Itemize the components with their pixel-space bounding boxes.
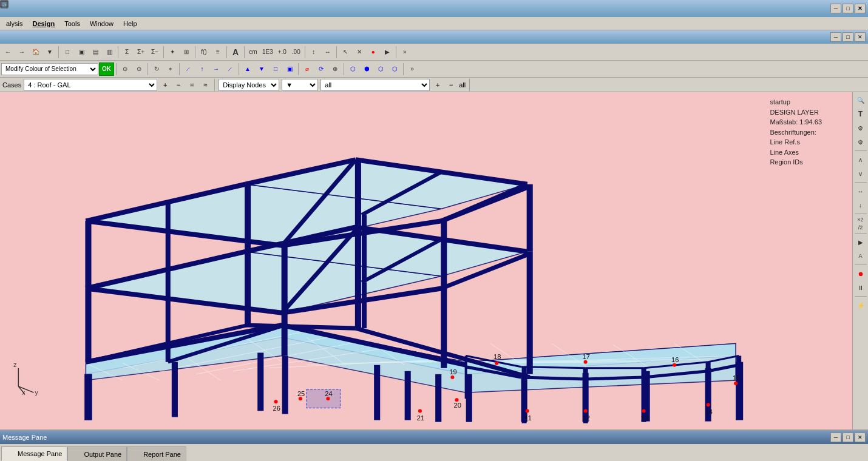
tb-cursor[interactable]: ↖ bbox=[339, 45, 352, 59]
minimize-button[interactable]: ─ bbox=[830, 4, 841, 13]
tab-report-pane-label: Report Pane bbox=[143, 451, 181, 458]
inner-close-button[interactable]: ✕ bbox=[855, 32, 866, 42]
rt-text[interactable]: T bbox=[854, 107, 867, 121]
maximize-button[interactable]: □ bbox=[843, 4, 853, 13]
title-bar: ─ □ ✕ bbox=[0, 0, 868, 17]
tb-home[interactable]: 🏠 bbox=[29, 45, 42, 59]
bottom-pane-tabs: Message Pane Output Pane bbox=[0, 444, 868, 461]
tb-cross[interactable]: ✕ bbox=[353, 45, 366, 59]
tb2-btn7[interactable]: □ bbox=[269, 62, 282, 76]
tb2-view2[interactable]: ⊙ bbox=[132, 62, 146, 76]
rt-layers2[interactable]: ⚙ bbox=[854, 135, 867, 149]
tb-grid[interactable]: ⊞ bbox=[180, 45, 193, 59]
all-input[interactable]: all bbox=[320, 79, 430, 91]
tb-back[interactable]: ← bbox=[1, 45, 15, 59]
tb2-view1[interactable]: ⊙ bbox=[118, 62, 132, 76]
svg-rect-142 bbox=[1, 1, 7, 8]
tb-dropdown-arrow[interactable]: ▼ bbox=[43, 45, 56, 59]
tb2-more[interactable]: » bbox=[405, 62, 419, 76]
tb-single-view[interactable]: □ bbox=[61, 45, 74, 59]
tb2-btn12[interactable]: ⬡ bbox=[346, 62, 359, 76]
sep6 bbox=[244, 46, 245, 58]
viewport[interactable]: startup DESIGN LAYER Maßstab: 1:94.63 Be… bbox=[0, 92, 852, 429]
tb-split-v[interactable]: ▥ bbox=[103, 45, 116, 59]
rt-video[interactable]: ▶ bbox=[854, 235, 867, 249]
rt-x2-label[interactable]: ×2 bbox=[856, 216, 864, 223]
tb-text-a[interactable]: A bbox=[229, 45, 242, 59]
rt-layers[interactable]: ⚙ bbox=[854, 121, 867, 135]
tb-dot-zero[interactable]: .00 bbox=[290, 45, 303, 59]
inner-minimize-button[interactable]: ─ bbox=[830, 32, 841, 42]
tb-quad-view[interactable]: ▣ bbox=[75, 45, 88, 59]
rt-record[interactable]: ⏺ bbox=[854, 267, 867, 280]
tb2-rotate[interactable]: ↻ bbox=[150, 62, 163, 76]
tb-forward[interactable]: → bbox=[15, 45, 29, 59]
menu-tools[interactable]: Tools bbox=[59, 19, 85, 29]
tb-sum-plus[interactable]: Σ+ bbox=[134, 45, 147, 59]
tb2-btn2[interactable]: ↑ bbox=[195, 62, 209, 76]
tb-sum[interactable]: Σ bbox=[120, 45, 134, 59]
cases-minus-btn[interactable]: − bbox=[173, 79, 184, 90]
tb2-btn10[interactable]: ⟳ bbox=[314, 62, 328, 76]
close-button[interactable]: ✕ bbox=[855, 4, 866, 13]
tb-more[interactable]: » bbox=[398, 45, 412, 59]
menu-design[interactable]: Design bbox=[28, 19, 60, 29]
tb-plus-dot[interactable]: +.0 bbox=[276, 45, 289, 59]
nodes-dropdown[interactable]: ▼ bbox=[282, 79, 318, 91]
menu-window[interactable]: Window bbox=[85, 19, 118, 29]
tb-play[interactable]: ▶ bbox=[381, 45, 394, 59]
cases-plus-btn[interactable]: + bbox=[160, 79, 171, 90]
display-dropdown[interactable]: Display Nodes bbox=[219, 79, 279, 91]
tb2-btn5[interactable]: ▲ bbox=[241, 62, 254, 76]
cases-plus2-btn[interactable]: + bbox=[432, 79, 443, 90]
tb-unit-cm[interactable]: cm bbox=[246, 45, 260, 59]
tb-sum-minus[interactable]: Σ− bbox=[148, 45, 161, 59]
tb-split-view[interactable]: ▤ bbox=[89, 45, 102, 59]
tab-output-pane[interactable]: Output Pane bbox=[67, 446, 127, 461]
bottom-pane-restore-btn[interactable]: □ bbox=[843, 432, 853, 442]
tb-arrows-h[interactable]: ↔ bbox=[321, 45, 334, 59]
tab-report-pane[interactable]: Report Pane bbox=[127, 446, 186, 461]
rt-pause[interactable]: ⏸ bbox=[854, 281, 867, 294]
tb2-btn11[interactable]: ⊕ bbox=[328, 62, 342, 76]
tb-func[interactable]: f() bbox=[197, 45, 211, 59]
tb2-btn13[interactable]: ⬢ bbox=[360, 62, 373, 76]
tb2-btn4[interactable]: ⟋ bbox=[223, 62, 237, 76]
tb2-btn8[interactable]: ▣ bbox=[283, 62, 296, 76]
rt-animation[interactable]: A bbox=[854, 249, 867, 263]
rt-up[interactable]: ∧ bbox=[854, 153, 867, 166]
rt-div2-label[interactable]: /2 bbox=[858, 224, 864, 231]
cases-dropdown[interactable]: 4 : Roof - GAL bbox=[24, 79, 157, 91]
rt-arrow-down[interactable]: ↓ bbox=[854, 198, 867, 212]
tab-message-pane[interactable]: Message Pane bbox=[1, 446, 67, 461]
tb-arrows-v[interactable]: ↕ bbox=[307, 45, 320, 59]
tb2-btn14[interactable]: ⬡ bbox=[374, 62, 387, 76]
rt-arrows[interactable]: ↔ bbox=[854, 184, 867, 198]
rt-bolt[interactable]: ⚡ bbox=[854, 298, 867, 312]
menu-analysis[interactable]: alysis bbox=[1, 19, 28, 29]
bottom-pane-close-btn[interactable]: ✕ bbox=[855, 432, 866, 442]
cases-eq-btn[interactable]: = bbox=[186, 79, 197, 90]
bottom-pane: Message Pane ─ □ ✕ Message Pane bbox=[0, 429, 868, 461]
colour-selection-dropdown[interactable]: Modify Colour of Selection bbox=[1, 63, 98, 75]
svg-text:y: y bbox=[35, 389, 39, 396]
tb2-snap[interactable]: ⌖ bbox=[164, 62, 177, 76]
tb-star[interactable]: ✦ bbox=[166, 45, 179, 59]
tb2-btn9[interactable]: ⌀ bbox=[300, 62, 314, 76]
rt-search[interactable]: 🔍 bbox=[854, 93, 867, 107]
tb2-btn6[interactable]: ▼ bbox=[255, 62, 268, 76]
tb2-btn15[interactable]: ⬡ bbox=[388, 62, 401, 76]
cases-wave-btn[interactable]: ≈ bbox=[200, 79, 211, 90]
tb-eq[interactable]: ≡ bbox=[211, 45, 225, 59]
rt-down[interactable]: ∨ bbox=[854, 167, 867, 180]
tb2-btn1[interactable]: ⟋ bbox=[181, 62, 195, 76]
menu-help[interactable]: Help bbox=[118, 19, 142, 29]
tb-circle[interactable]: ● bbox=[367, 45, 380, 59]
svg-point-128 bbox=[274, 400, 278, 403]
inner-maximize-button[interactable]: □ bbox=[843, 32, 853, 42]
tb2-btn3[interactable]: → bbox=[209, 62, 223, 76]
ok-button[interactable]: OK bbox=[99, 62, 114, 76]
bottom-pane-min-btn[interactable]: ─ bbox=[830, 432, 841, 442]
tb-unit-1e3[interactable]: 1E3 bbox=[260, 45, 275, 59]
cases-minus2-btn[interactable]: − bbox=[446, 79, 456, 90]
